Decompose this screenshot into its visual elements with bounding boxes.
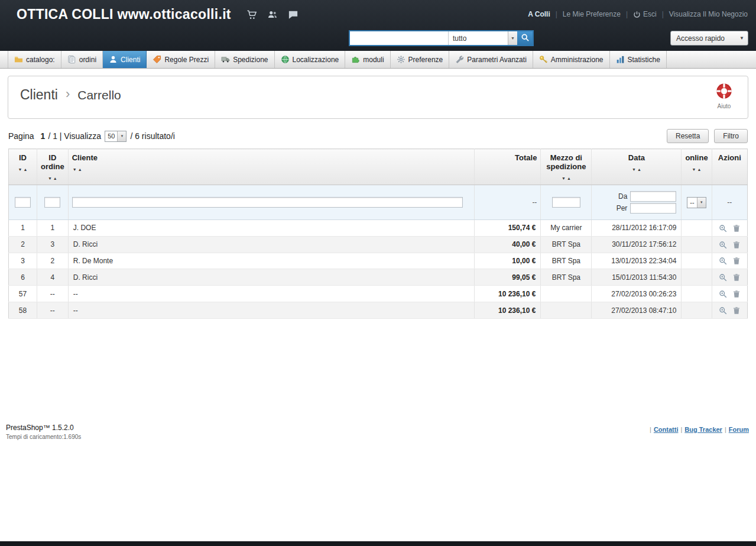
delete-icon[interactable] xyxy=(732,257,741,265)
tab-customers[interactable]: Clienti xyxy=(103,51,147,68)
per-page-select[interactable]: 50 ▼ xyxy=(105,131,126,142)
filter-online-select[interactable]: -- ▼ xyxy=(687,197,706,208)
view-icon[interactable] xyxy=(719,241,727,249)
view-icon[interactable] xyxy=(719,273,727,282)
col-header-cliente[interactable]: Cliente ▼▲ xyxy=(68,149,475,185)
table-row[interactable]: 2 3 D. Ricci 40,00 € BRT Spa 30/11/2012 … xyxy=(9,236,748,253)
header-chat-icon[interactable] xyxy=(288,9,298,20)
delete-icon[interactable] xyxy=(732,273,741,282)
col-header-id[interactable]: ID ▼▲ xyxy=(9,149,37,185)
filter-date-to-input[interactable] xyxy=(630,203,676,214)
separator: | xyxy=(626,10,628,18)
logout-button[interactable]: Esci xyxy=(633,10,657,18)
sort-desc-icon[interactable]: ▼ xyxy=(631,167,637,172)
cell-cliente: D. Ricci xyxy=(68,269,475,286)
search-scope-value: tutto xyxy=(453,34,466,43)
employee-name-link[interactable]: A Colli xyxy=(528,10,550,18)
cell-azioni xyxy=(712,302,747,319)
filter-mezzo-input[interactable] xyxy=(552,197,580,208)
delete-icon[interactable] xyxy=(732,224,741,232)
delete-icon[interactable] xyxy=(732,241,741,249)
col-label: online xyxy=(685,153,708,162)
cell-azioni xyxy=(712,253,747,269)
view-icon[interactable] xyxy=(719,290,727,298)
col-header-mezzo-di-spedizione[interactable]: Mezzo di spedizione ▼▲ xyxy=(541,149,592,185)
table-row[interactable]: 6 4 D. Ricci 99,05 € BRT Spa 15/01/2013 … xyxy=(9,269,748,286)
table-row[interactable]: 1 1 J. DOE 150,74 € My carrier 28/11/201… xyxy=(9,220,748,237)
view-icon[interactable] xyxy=(719,257,727,265)
shop-title: OTTICA COLLI www.otticacolli.it xyxy=(17,7,231,22)
pagination: Pagina 1 / 1 | Visualizza 50 ▼ / 6 risul… xyxy=(8,129,748,143)
delete-icon[interactable] xyxy=(732,306,741,315)
search-input[interactable] xyxy=(350,31,448,45)
tab-orders[interactable]: ordini xyxy=(61,51,103,68)
help-lifebuoy-icon xyxy=(715,92,733,102)
my-preferences-link[interactable]: Le Mie Preferenze xyxy=(563,10,621,18)
tab-preferences[interactable]: Preferenze xyxy=(391,51,450,68)
reset-button[interactable]: Resetta xyxy=(667,129,709,143)
quick-access-label: Accesso rapido xyxy=(676,34,725,43)
breadcrumb-section[interactable]: Clienti xyxy=(20,87,58,103)
sort-desc-icon[interactable]: ▼ xyxy=(18,167,23,172)
filter-id-input[interactable] xyxy=(15,197,31,208)
gear-icon xyxy=(397,55,405,64)
filter-button[interactable]: Filtro xyxy=(714,129,748,143)
tab-localization[interactable]: Localizzazione xyxy=(275,51,346,68)
search-scope-select[interactable]: tutto ▼ xyxy=(448,31,517,45)
table-row[interactable]: 58 -- -- 10 236,10 € 27/02/2013 08:47:10 xyxy=(9,302,748,319)
logout-link[interactable]: Esci xyxy=(643,10,657,18)
tab-modules[interactable]: moduli xyxy=(345,51,390,68)
tab-catalog[interactable]: catalogo: xyxy=(8,51,61,68)
sort-asc-icon[interactable]: ▲ xyxy=(637,167,642,172)
header-cart-icon[interactable] xyxy=(246,9,257,20)
quick-access-select[interactable]: Accesso rapido ▼ xyxy=(670,31,748,46)
cell-online xyxy=(682,302,712,319)
puzzle-icon xyxy=(351,55,360,64)
table-header-row: ID ▼▲ ID ordine ▼▲ Cliente ▼▲ Totale Mez… xyxy=(9,149,748,185)
footer-link-forum[interactable]: Forum xyxy=(729,426,749,433)
tab-price-rules[interactable]: Regole Prezzi xyxy=(147,51,215,68)
view-icon[interactable] xyxy=(719,306,727,315)
sort-desc-icon[interactable]: ▼ xyxy=(692,167,697,172)
sort-asc-icon[interactable]: ▲ xyxy=(23,167,28,172)
col-header-data[interactable]: Data ▼▲ xyxy=(592,149,682,185)
col-label: Cliente xyxy=(72,153,98,162)
sort-asc-icon[interactable]: ▲ xyxy=(566,176,572,180)
help-button[interactable]: Aiuto xyxy=(711,82,737,109)
col-header-totale[interactable]: Totale xyxy=(475,149,541,185)
filter-date-from-input[interactable] xyxy=(630,191,676,202)
filter-actions-placeholder: -- xyxy=(712,185,747,220)
tab-label: Regole Prezzi xyxy=(164,56,209,64)
view-icon[interactable] xyxy=(719,224,727,232)
cell-mezzo-di-spedizione xyxy=(541,286,592,302)
table-row[interactable]: 3 2 R. De Monte 10,00 € BRT Spa 13/01/20… xyxy=(9,253,748,269)
footer-link-bug-tracker[interactable]: Bug Tracker xyxy=(684,426,722,433)
col-header-id-ordine[interactable]: ID ordine ▼▲ xyxy=(37,149,69,185)
header-customers-icon[interactable] xyxy=(267,9,278,20)
sort-desc-icon[interactable]: ▼ xyxy=(561,176,566,180)
sort-asc-icon[interactable]: ▲ xyxy=(77,167,83,172)
delete-icon[interactable] xyxy=(732,290,741,298)
filter-cliente-input[interactable] xyxy=(72,197,463,208)
sort-desc-icon[interactable]: ▼ xyxy=(47,176,53,180)
power-icon xyxy=(633,11,641,18)
tab-shipping[interactable]: Spedizione xyxy=(215,51,274,68)
per-page-value: 50 xyxy=(105,133,117,140)
help-label: Aiuto xyxy=(711,103,737,109)
tab-statistics[interactable]: Statistiche xyxy=(610,51,667,68)
sort-asc-icon[interactable]: ▲ xyxy=(53,176,58,180)
sort-asc-icon[interactable]: ▲ xyxy=(697,167,702,172)
tab-administration[interactable]: Amministrazione xyxy=(533,51,610,68)
col-header-online[interactable]: online ▼▲ xyxy=(682,149,712,185)
table-row[interactable]: 57 -- -- 10 236,10 € 27/02/2013 00:26:23 xyxy=(9,286,748,302)
cell-id: 3 xyxy=(9,253,37,269)
results-count: / 6 risultato/i xyxy=(130,131,174,141)
tab-label: Statistiche xyxy=(628,56,660,64)
footer-link-contatti[interactable]: Contatti xyxy=(654,426,679,433)
breadcrumb-panel: Clienti › Carrello Aiuto xyxy=(8,76,748,119)
tab-advanced-params[interactable]: Parametri Avanzati xyxy=(449,51,533,68)
filter-id-ordine-input[interactable] xyxy=(44,197,60,208)
search-button[interactable] xyxy=(517,31,533,45)
view-shop-link[interactable]: Visualizza Il Mio Negozio xyxy=(669,10,748,18)
sort-desc-icon[interactable]: ▼ xyxy=(72,167,77,172)
